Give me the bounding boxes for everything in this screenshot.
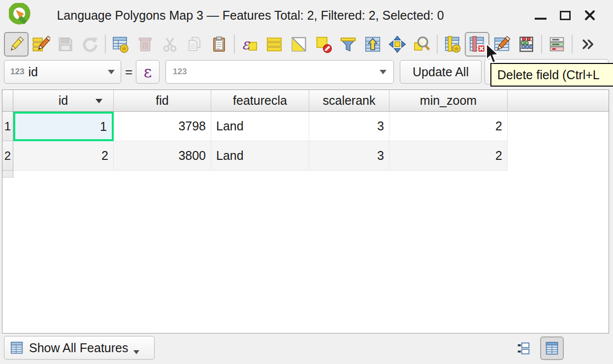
update-all-label: Update All <box>413 65 469 79</box>
chevron-double-right-icon <box>578 35 597 54</box>
form-view-button[interactable] <box>512 336 535 360</box>
cell-value: 3 <box>377 119 384 133</box>
save-edits-button[interactable] <box>53 32 78 57</box>
selection-to-top-icon <box>363 35 382 54</box>
attribute-table: id fid featurecla scalerank min_zoom 1 1… <box>2 90 609 334</box>
mouse-cursor <box>485 43 503 66</box>
select-all-icon <box>265 35 284 54</box>
attribute-toolbar: ε <box>0 30 609 58</box>
toolbar-separator <box>437 35 438 54</box>
delete-selected-button[interactable] <box>133 32 158 57</box>
column-header-label: featurecla <box>233 93 287 108</box>
more-toolbar-items-button[interactable] <box>575 32 600 57</box>
toolbar-separator <box>541 35 542 54</box>
field-selector-dropdown[interactable]: 123 id <box>4 60 121 84</box>
deselect-all-button[interactable] <box>311 32 336 57</box>
column-header-id[interactable]: id <box>13 90 114 112</box>
title-bar[interactable]: Language Polygons Map 3 — Features Total… <box>0 0 609 30</box>
select-by-expression-button[interactable]: ε <box>237 32 262 57</box>
cell-fid[interactable]: 3798 <box>114 112 211 141</box>
table-row: 1 1 3798 Land 3 2 <box>2 112 609 141</box>
copy-rows-button[interactable] <box>182 32 207 57</box>
sort-descending-icon <box>96 99 102 103</box>
chevron-down-icon <box>133 350 139 354</box>
map-canvas-edge <box>609 0 613 364</box>
field-calculator-button[interactable] <box>514 32 539 57</box>
form-view-icon <box>516 340 531 356</box>
column-header-label: min_zoom <box>420 93 477 108</box>
feature-filter-dropdown[interactable]: Show All Features <box>4 336 155 360</box>
column-header-scalerank[interactable]: scalerank <box>309 90 389 112</box>
new-field-button[interactable] <box>440 32 465 57</box>
svg-text:ε: ε <box>242 35 251 53</box>
column-header-label: scalerank <box>323 93 376 108</box>
row-number[interactable]: 2 <box>2 141 13 171</box>
cell-value: Land <box>216 119 244 133</box>
epsilon-icon: ε <box>144 62 152 81</box>
filter-form-button[interactable] <box>336 32 360 57</box>
close-button[interactable] <box>581 7 598 24</box>
column-header-featurecla[interactable]: featurecla <box>211 90 309 112</box>
row-number-label: 1 <box>4 120 11 133</box>
maximize-button[interactable] <box>557 7 574 24</box>
trash-icon <box>136 35 155 54</box>
cell-scalerank[interactable]: 3 <box>309 112 389 141</box>
column-header-min-zoom[interactable]: min_zoom <box>389 90 508 112</box>
save-icon <box>56 35 75 54</box>
paste-rows-button[interactable] <box>207 32 231 57</box>
field-type-badge: 123 <box>10 67 24 77</box>
filter-mode-label: Show All Features <box>29 341 129 355</box>
select-all-button[interactable] <box>262 32 287 57</box>
cell-value: Land <box>216 149 244 163</box>
close-icon <box>583 9 596 22</box>
cell-id-selected[interactable]: 1 <box>13 112 114 141</box>
new-field-icon <box>443 35 462 54</box>
minimize-button[interactable] <box>532 7 549 24</box>
add-feature-button[interactable] <box>108 32 133 57</box>
cut-rows-button[interactable] <box>158 32 182 57</box>
row-number[interactable]: 1 <box>2 112 13 141</box>
delete-field-icon <box>468 35 486 54</box>
column-header-label: id <box>59 93 68 108</box>
cell-featurecla[interactable]: Land <box>211 141 309 171</box>
cell-fid[interactable]: 3800 <box>114 141 211 171</box>
clipboard-paste-icon <box>210 35 228 54</box>
column-header-fid[interactable]: fid <box>114 90 211 112</box>
cell-featurecla[interactable]: Land <box>211 112 309 141</box>
cell-id[interactable]: 2 <box>13 141 114 171</box>
toggle-multiedit-button[interactable] <box>29 32 53 57</box>
conditional-format-icon <box>548 35 566 54</box>
cell-min-zoom[interactable]: 2 <box>389 141 508 171</box>
invert-selection-button[interactable] <box>287 32 311 57</box>
field-value-input[interactable] <box>166 67 380 77</box>
new-row-star-icon <box>111 35 130 54</box>
cell-scalerank[interactable]: 3 <box>309 141 389 171</box>
row-number-label: 2 <box>4 149 11 163</box>
toolbar-separator <box>105 35 106 54</box>
field-selector-value: id <box>28 65 37 79</box>
footer-bar: Show All Features <box>0 334 609 364</box>
move-selection-top-button[interactable] <box>360 32 385 57</box>
zoom-to-selection-button[interactable] <box>410 32 434 57</box>
pan-to-selection-button[interactable] <box>385 32 410 57</box>
toolbar-separator <box>234 35 235 54</box>
corner-header[interactable] <box>2 90 13 112</box>
cell-min-zoom[interactable]: 2 <box>389 112 508 141</box>
pencil-icon <box>7 35 26 54</box>
row-gutter-stub <box>2 171 13 178</box>
cell-value: 3800 <box>178 149 206 163</box>
toggle-editing-button[interactable] <box>4 32 29 57</box>
table-icon <box>9 340 24 355</box>
cell-value: 2 <box>101 149 108 163</box>
chevron-down-icon <box>380 70 387 74</box>
table-view-button[interactable] <box>540 336 564 360</box>
expression-builder-button[interactable]: ε <box>136 60 160 84</box>
conditional-formatting-button[interactable] <box>545 32 569 57</box>
cell-value: 2 <box>495 119 502 133</box>
invert-selection-icon <box>290 35 308 54</box>
cell-value: 3 <box>377 149 384 163</box>
field-value-combo[interactable] <box>165 60 394 84</box>
minimize-icon <box>535 18 547 20</box>
reload-table-button[interactable] <box>78 32 102 57</box>
update-all-button[interactable]: Update All <box>400 60 482 84</box>
